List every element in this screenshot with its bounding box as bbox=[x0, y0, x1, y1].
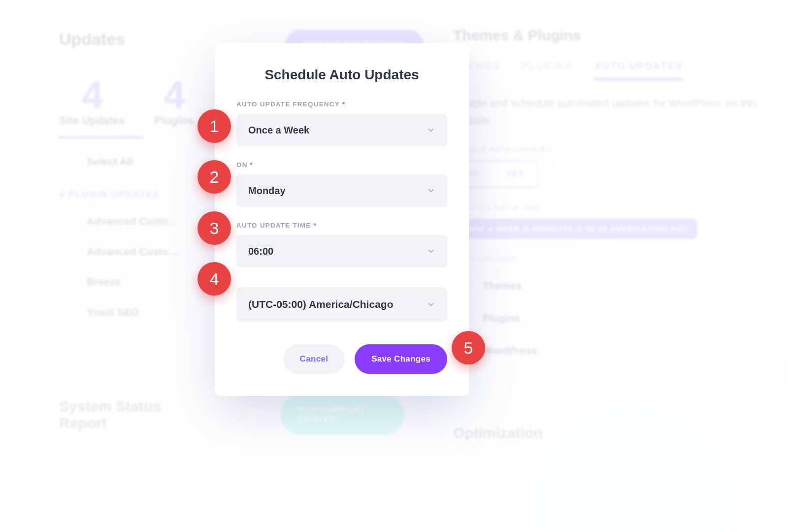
time-select[interactable]: 06:00 bbox=[236, 235, 447, 267]
annotation-callout-1: 1 bbox=[198, 109, 231, 143]
on-value: Monday bbox=[248, 185, 286, 197]
on-field: ON * Monday bbox=[236, 161, 447, 207]
required-indicator: * bbox=[250, 161, 253, 168]
time-field: AUTO UPDATE TIME * 06:00 bbox=[236, 222, 447, 267]
frequency-select[interactable]: Once a Week bbox=[236, 114, 447, 146]
time-label-text: AUTO UPDATE TIME bbox=[236, 222, 311, 229]
chevron-down-icon bbox=[427, 300, 435, 309]
frequency-label-text: AUTO UPDATE FREQUENCY bbox=[236, 100, 340, 108]
time-label: AUTO UPDATE TIME * bbox=[236, 222, 447, 229]
save-changes-button[interactable]: Save Changes bbox=[355, 344, 447, 374]
cancel-button[interactable]: Cancel bbox=[283, 344, 345, 374]
chevron-down-icon bbox=[427, 126, 435, 134]
annotation-callout-4: 4 bbox=[198, 262, 231, 296]
schedule-auto-updates-modal: Schedule Auto Updates AUTO UPDATE FREQUE… bbox=[215, 43, 469, 396]
frequency-value: Once a Week bbox=[248, 125, 309, 136]
frequency-label: AUTO UPDATE FREQUENCY * bbox=[236, 100, 447, 108]
annotation-callout-3: 3 bbox=[198, 211, 231, 245]
chevron-down-icon bbox=[427, 247, 435, 256]
chevron-down-icon bbox=[427, 186, 435, 195]
required-indicator: * bbox=[313, 222, 316, 229]
annotation-callout-5: 5 bbox=[452, 331, 485, 365]
annotation-callout-2: 2 bbox=[198, 160, 231, 194]
on-label: ON * bbox=[236, 161, 447, 168]
timezone-field: (UTC-05:00) America/Chicago bbox=[236, 287, 447, 322]
modal-title: Schedule Auto Updates bbox=[236, 67, 447, 83]
frequency-field: AUTO UPDATE FREQUENCY * Once a Week bbox=[236, 100, 447, 146]
on-label-text: ON bbox=[236, 161, 248, 168]
required-indicator: * bbox=[342, 100, 345, 108]
modal-actions: Cancel Save Changes bbox=[236, 344, 447, 374]
timezone-value: (UTC-05:00) America/Chicago bbox=[248, 299, 393, 310]
on-select[interactable]: Monday bbox=[236, 174, 447, 207]
timezone-select[interactable]: (UTC-05:00) America/Chicago bbox=[236, 287, 447, 322]
time-value: 06:00 bbox=[248, 246, 273, 257]
